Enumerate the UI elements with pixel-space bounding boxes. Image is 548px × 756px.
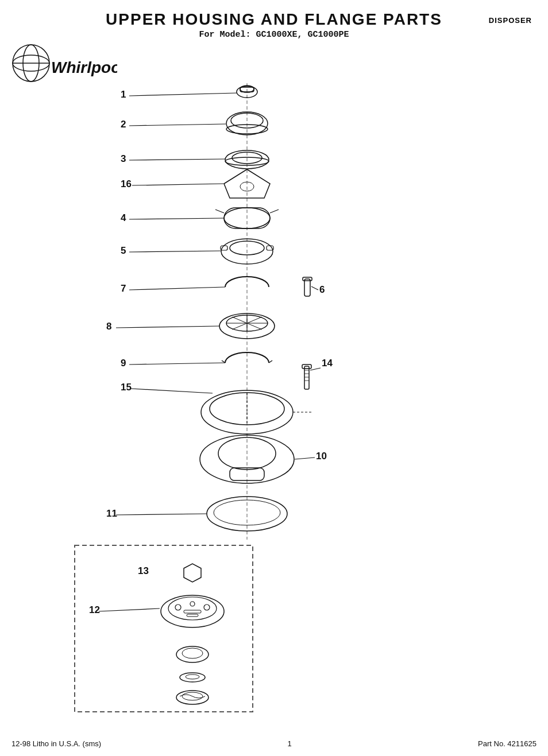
svg-text:2: 2 xyxy=(121,119,126,130)
svg-line-10 xyxy=(129,93,237,96)
footer: 12-98 Litho in U.S.A. (sms) 1 Part No. 4… xyxy=(0,739,548,748)
parts-diagram: 1 2 3 16 4 5 6 7 8 xyxy=(0,0,548,756)
svg-text:12: 12 xyxy=(89,604,100,615)
svg-line-73 xyxy=(295,458,315,459)
svg-point-93 xyxy=(186,674,199,679)
svg-line-62 xyxy=(310,368,321,370)
svg-line-52 xyxy=(269,360,272,363)
svg-rect-86 xyxy=(184,610,201,613)
svg-point-81 xyxy=(161,595,224,627)
svg-text:9: 9 xyxy=(121,358,126,369)
svg-line-27 xyxy=(215,210,224,213)
svg-line-15 xyxy=(129,124,226,126)
svg-text:16: 16 xyxy=(121,179,132,189)
svg-line-77 xyxy=(116,514,207,515)
svg-line-64 xyxy=(131,389,213,393)
svg-rect-55 xyxy=(304,366,309,389)
svg-rect-87 xyxy=(187,614,198,617)
svg-text:13: 13 xyxy=(138,565,149,576)
svg-text:15: 15 xyxy=(121,382,132,393)
svg-point-90 xyxy=(176,646,209,662)
svg-line-42 xyxy=(129,287,225,290)
footer-left: 12-98 Litho in U.S.A. (sms) xyxy=(11,739,101,748)
svg-text:8: 8 xyxy=(106,321,111,332)
svg-point-94 xyxy=(176,691,209,704)
svg-text:4: 4 xyxy=(121,212,126,223)
svg-line-51 xyxy=(222,360,225,363)
footer-right: Part No. 4211625 xyxy=(478,739,537,748)
svg-text:7: 7 xyxy=(121,283,126,294)
svg-line-30 xyxy=(129,218,224,219)
svg-text:5: 5 xyxy=(121,245,126,256)
svg-marker-79 xyxy=(184,564,201,582)
svg-rect-78 xyxy=(75,545,253,712)
svg-line-54 xyxy=(129,363,225,365)
svg-text:1: 1 xyxy=(121,89,126,100)
svg-point-91 xyxy=(182,648,203,658)
svg-line-50 xyxy=(116,326,219,328)
svg-line-36 xyxy=(129,251,221,252)
svg-text:11: 11 xyxy=(106,508,117,519)
svg-text:3: 3 xyxy=(121,153,126,164)
svg-rect-37 xyxy=(304,279,310,296)
svg-point-85 xyxy=(204,604,210,610)
svg-line-89 xyxy=(99,608,160,611)
svg-text:6: 6 xyxy=(319,284,325,295)
svg-point-92 xyxy=(180,673,205,682)
svg-line-28 xyxy=(270,210,279,213)
svg-line-24 xyxy=(132,184,223,185)
svg-line-20 xyxy=(129,159,225,160)
footer-center: 1 xyxy=(287,739,291,748)
svg-text:10: 10 xyxy=(316,451,327,462)
svg-line-40 xyxy=(311,286,318,290)
svg-text:14: 14 xyxy=(322,358,333,369)
svg-point-84 xyxy=(190,602,195,606)
svg-point-83 xyxy=(175,604,181,610)
